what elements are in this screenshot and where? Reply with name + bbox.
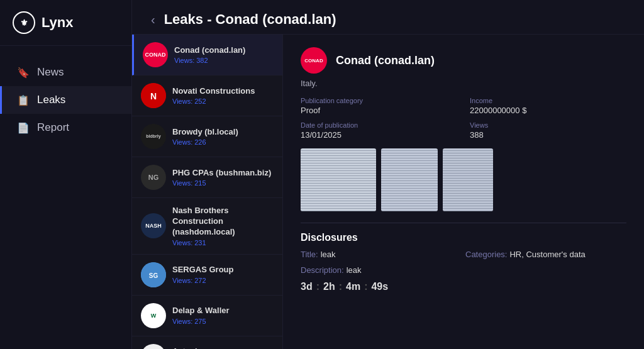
- leak-item-novati[interactable]: N Novati Constructions Views: 252: [132, 75, 282, 116]
- disclosure-categories-label: Categories:: [465, 250, 507, 259]
- views-label: Views: [470, 121, 626, 129]
- leak-views-phg: Views: 215: [172, 179, 274, 187]
- news-icon: 🔖: [17, 67, 30, 79]
- leak-logo-sergas: SG: [141, 262, 166, 287]
- sidebar-item-leaks[interactable]: 📋 Leaks: [0, 86, 131, 114]
- detail-header: CONAD Conad (conad.lan): [301, 47, 626, 74]
- disclosure-categories-value: HR, Customer's data: [509, 250, 585, 259]
- logo-icon: ⚜: [13, 11, 35, 34]
- leak-views-sergas: Views: 272: [172, 277, 274, 284]
- leak-logo-browdy: bldbrly: [141, 124, 166, 149]
- leak-logo-conad: CONAD: [143, 42, 168, 67]
- detail-panel: CONAD Conad (conad.lan) Italy. Publicati…: [283, 35, 644, 349]
- report-icon: 📄: [17, 122, 30, 134]
- leak-list-panel: CONAD Conad (conad.lan) Views: 382 N Nov…: [132, 35, 283, 349]
- leak-views-delap: Views: 275: [172, 318, 274, 325]
- leak-logo-astaphans: A: [141, 344, 166, 349]
- timer-sep-1: :: [316, 281, 319, 292]
- main-area: ‹ Leaks - Conad (conad.lan) CONAD Conad …: [132, 0, 644, 349]
- timer-seconds: 49s: [371, 281, 388, 292]
- date-label: Date of publication: [301, 121, 457, 129]
- sidebar-item-leaks-label: Leaks: [37, 94, 65, 106]
- meta-pub-category: Publication category Proof: [301, 97, 457, 115]
- pub-category-value: Proof: [301, 106, 457, 115]
- leak-item-browdy[interactable]: bldbrly Browdy (bl.local) Views: 226: [132, 116, 282, 157]
- leak-views-conad: Views: 382: [174, 57, 274, 64]
- doc-thumb-1[interactable]: [301, 148, 376, 211]
- leak-item-astaphans[interactable]: A Astaphans Views: 2547: [132, 336, 282, 349]
- app-name: Lynx: [42, 14, 74, 31]
- leak-name-phg: PHG CPAs (bushman.biz): [172, 168, 274, 179]
- leak-name-astaphans: Astaphans: [172, 346, 274, 349]
- disclosure-title-label: Title:: [301, 250, 318, 259]
- leak-name-conad: Conad (conad.lan): [174, 45, 274, 56]
- timer-hours: 2h: [323, 281, 335, 292]
- date-value: 13/01/2025: [301, 130, 457, 140]
- income-value: 22000000000 $: [470, 106, 626, 115]
- detail-description: Italy.: [301, 79, 626, 88]
- leak-logo-nash: NASH: [141, 213, 166, 238]
- disclosure-description-label: Description:: [301, 265, 344, 275]
- leaks-icon: 📋: [17, 94, 30, 106]
- page-header: ‹ Leaks - Conad (conad.lan): [132, 0, 644, 35]
- leak-name-browdy: Browdy (bl.local): [172, 127, 274, 138]
- views-value: 388: [470, 130, 626, 140]
- leak-logo-delap: W: [141, 303, 166, 328]
- leak-item-conad[interactable]: CONAD Conad (conad.lan) Views: 382: [132, 35, 282, 75]
- leak-name-nash: Nash Brothers Construction (nashdom.loca…: [172, 206, 274, 238]
- meta-date: Date of publication 13/01/2025: [301, 121, 457, 140]
- doc-thumb-2[interactable]: [381, 148, 438, 211]
- leak-name-novati: Novati Constructions: [172, 86, 274, 97]
- leak-name-sergas: SERGAS Group: [172, 265, 274, 275]
- disclosure-description-value: leak: [347, 265, 362, 275]
- sidebar: ⚜ Lynx 🔖 News 📋 Leaks 📄 Report: [0, 0, 132, 349]
- meta-income: Income 22000000000 $: [470, 97, 626, 115]
- sidebar-item-report[interactable]: 📄 Report: [0, 114, 131, 141]
- content-area: CONAD Conad (conad.lan) Views: 382 N Nov…: [132, 35, 644, 349]
- back-button[interactable]: ‹: [151, 13, 155, 27]
- detail-logo: CONAD: [301, 47, 327, 74]
- countdown-timer: 3d : 2h : 4m : 49s: [301, 281, 626, 292]
- detail-company-name: Conad (conad.lan): [336, 54, 435, 67]
- leak-item-sergas[interactable]: SG SERGAS Group Views: 272: [132, 255, 282, 296]
- timer-minutes: 4m: [346, 281, 360, 292]
- disclosure-title-value: leak: [321, 250, 336, 259]
- svg-text:SG: SG: [149, 272, 158, 279]
- page-title: Leaks - Conad (conad.lan): [164, 11, 336, 28]
- leak-name-delap: Delap & Waller: [172, 306, 274, 316]
- app-logo: ⚜ Lynx: [0, 0, 131, 46]
- disclosure-description-row: Description: leak: [301, 265, 626, 275]
- leak-logo-phg: NG: [141, 165, 166, 190]
- detail-meta: Publication category Proof Income 220000…: [301, 97, 626, 140]
- leak-item-delap[interactable]: W Delap & Waller Views: 275: [132, 296, 282, 336]
- timer-sep-3: :: [364, 281, 367, 292]
- income-label: Income: [470, 97, 626, 104]
- disclosure-categories-row: Categories: HR, Customer's data: [465, 250, 626, 259]
- timer-sep-2: :: [339, 281, 342, 292]
- sidebar-item-news-label: News: [37, 66, 64, 79]
- svg-text:N: N: [150, 91, 157, 101]
- sidebar-item-report-label: Report: [37, 121, 69, 134]
- sidebar-nav: 🔖 News 📋 Leaks 📄 Report: [0, 46, 131, 154]
- disclosure-title-row: Title: leak: [301, 250, 462, 259]
- disclosures-section-title: Disclosures: [301, 223, 626, 243]
- leak-views-nash: Views: 231: [172, 239, 274, 247]
- timer-days: 3d: [301, 281, 313, 292]
- leak-logo-novati: N: [141, 83, 166, 108]
- doc-thumb-3[interactable]: [443, 148, 493, 211]
- leak-item-phg[interactable]: NG PHG CPAs (bushman.biz) Views: 215: [132, 157, 282, 198]
- leak-views-novati: Views: 252: [172, 97, 274, 105]
- meta-views: Views 388: [470, 121, 626, 140]
- sidebar-item-news[interactable]: 🔖 News: [0, 58, 131, 86]
- leak-item-nash[interactable]: NASH Nash Brothers Construction (nashdom…: [132, 198, 282, 255]
- leak-views-browdy: Views: 226: [172, 138, 274, 146]
- document-thumbnails: [301, 148, 626, 211]
- disclosures-grid: Title: leak Categories: HR, Customer's d…: [301, 250, 626, 262]
- pub-category-label: Publication category: [301, 97, 457, 104]
